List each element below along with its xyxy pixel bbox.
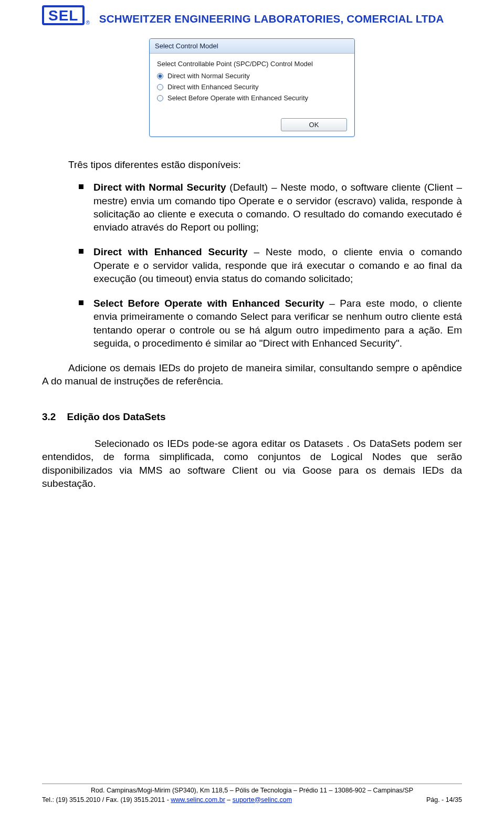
term-2: Direct with Enhanced Security — [93, 246, 248, 257]
radio-label: Direct with Enhanced Security — [167, 83, 258, 91]
footer-link-website[interactable]: www.selinc.com.br — [171, 796, 225, 803]
section-heading: 3.2 Edição dos DataSets — [42, 410, 462, 423]
radio-label: Direct with Normal Security — [167, 72, 250, 80]
footer-link-email[interactable]: suporte@selinc.com — [233, 796, 292, 803]
bullet-item-3: Select Before Operate with Enhanced Secu… — [79, 297, 462, 350]
section-body: Selecionado os IEDs pode-se agora editar… — [42, 437, 462, 490]
select-control-model-dialog: Select Control Model Select Controllable… — [149, 38, 355, 137]
page-footer: Rod. Campinas/Mogi-Mirim (SP340), Km 118… — [42, 784, 462, 805]
page-number: Pág. - 14/35 — [405, 796, 462, 805]
bullet-item-2: Direct with Enhanced Security – Neste mo… — [79, 245, 462, 285]
radio-icon — [157, 95, 163, 101]
dialog-section-label: Select Controllable Point (SPC/DPC) Cont… — [157, 60, 347, 68]
radio-sbo-enhanced-security[interactable]: Select Before Operate with Enhanced Secu… — [157, 94, 347, 102]
term-1-aux: (Default) — [226, 182, 268, 193]
logo-text: SEL — [42, 5, 85, 25]
bullet-item-1: Direct with Normal Security (Default) – … — [79, 181, 462, 234]
footer-sep: – — [225, 796, 233, 803]
company-name: SCHWEITZER ENGINEERING LABORATORIES, COM… — [99, 5, 444, 25]
radio-icon — [157, 73, 163, 79]
radio-icon — [157, 84, 163, 90]
footer-divider — [42, 784, 462, 784]
radio-direct-enhanced-security[interactable]: Direct with Enhanced Security — [157, 83, 347, 91]
section-number: 3.2 — [42, 411, 56, 422]
footer-tel-fax: Tel.: (19) 3515.2010 / Fax. (19) 3515.20… — [42, 796, 171, 803]
ok-button[interactable]: OK — [281, 118, 347, 131]
intro-text: Três tipos diferentes estão disponíveis: — [68, 158, 462, 171]
follow-paragraph: Adicione os demais IEDs do projeto de ma… — [42, 361, 462, 388]
section-title: Edição dos DataSets — [67, 411, 166, 422]
radio-direct-normal-security[interactable]: Direct with Normal Security — [157, 72, 347, 80]
logo-registered: ® — [86, 20, 89, 26]
radio-label: Select Before Operate with Enhanced Secu… — [167, 94, 308, 102]
logo: SEL® — [42, 5, 89, 25]
footer-address: Rod. Campinas/Mogi-Mirim (SP340), Km 118… — [42, 786, 462, 796]
dialog-title: Select Control Model — [150, 39, 354, 54]
term-3: Select Before Operate with Enhanced Secu… — [93, 298, 324, 309]
term-1: Direct with Normal Security — [93, 182, 226, 193]
